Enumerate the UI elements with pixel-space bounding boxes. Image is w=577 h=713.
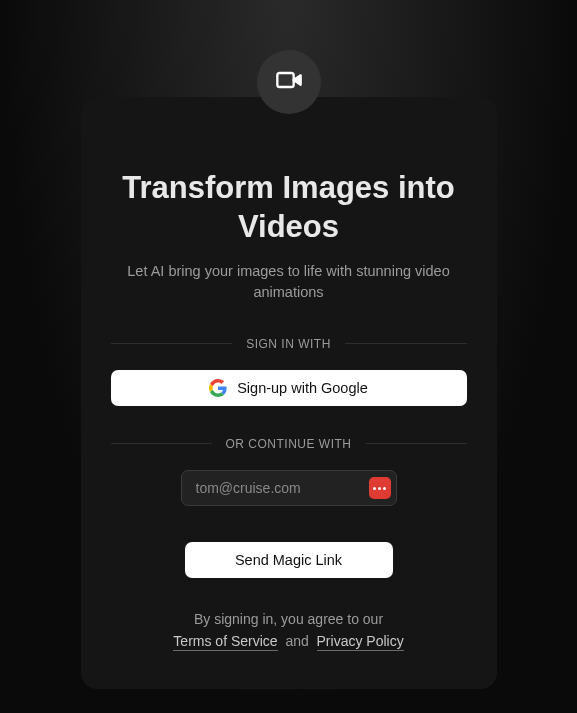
google-button-label: Sign-up with Google [237,380,368,396]
app-logo [257,50,321,114]
password-manager-icon[interactable] [369,477,391,499]
google-signup-button[interactable]: Sign-up with Google [111,370,467,406]
svg-rect-0 [277,73,293,87]
page-subtitle: Let AI bring your images to life with st… [111,261,467,305]
legal-and: and [285,633,308,649]
privacy-policy-link[interactable]: Privacy Policy [317,633,404,651]
sign-in-with-divider: SIGN IN WITH [111,334,467,352]
email-field[interactable] [181,470,397,506]
email-field-wrap [181,470,397,506]
legal-prefix: By signing in, you agree to our [194,611,383,627]
legal-text: By signing in, you agree to our Terms of… [111,608,467,653]
or-continue-label: OR CONTINUE WITH [212,437,366,451]
sign-in-with-label: SIGN IN WITH [232,337,345,351]
send-magic-link-button[interactable]: Send Magic Link [185,542,393,578]
terms-of-service-link[interactable]: Terms of Service [173,633,277,651]
or-continue-divider: OR CONTINUE WITH [111,434,467,452]
google-icon [209,379,227,397]
page-title: Transform Images into Videos [111,169,467,247]
video-icon [275,66,303,98]
auth-card: Transform Images into Videos Let AI brin… [81,97,497,689]
